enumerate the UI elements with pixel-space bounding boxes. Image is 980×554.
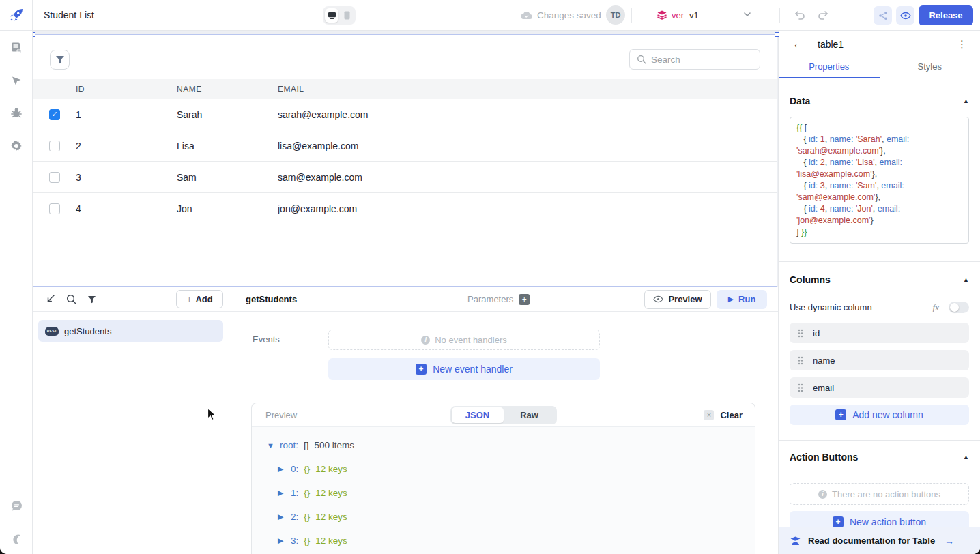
caret-right-icon[interactable]: ▶ <box>278 512 285 521</box>
column-header-email[interactable]: EMAIL <box>271 85 777 94</box>
tree-item-row[interactable]: ▶ 2: {} 12 keys <box>267 505 755 529</box>
collapse-icon[interactable]: ▲ <box>963 98 969 104</box>
share-button[interactable] <box>874 6 892 25</box>
filter-queries-icon[interactable] <box>87 295 96 304</box>
app-logo[interactable] <box>0 0 33 30</box>
table-row[interactable]: 3 Sam sam@example.com <box>33 162 777 193</box>
row-checkbox[interactable] <box>49 203 60 214</box>
table-search[interactable] <box>629 49 760 70</box>
kebab-menu-icon[interactable]: ⋮ <box>957 38 968 50</box>
clear-x-icon: × <box>704 410 714 420</box>
query-preview-button[interactable]: Preview <box>644 290 711 309</box>
undo-button[interactable] <box>792 8 808 23</box>
info-icon: i <box>421 336 430 345</box>
app-preview-button[interactable] <box>896 6 914 25</box>
table-widget[interactable]: ID NAME EMAIL ✓ 1 Sarah sarah@example.co… <box>33 34 777 287</box>
tab-styles[interactable]: Styles <box>880 58 980 78</box>
table-row[interactable]: 4 Jon jon@example.com <box>33 193 777 224</box>
debugger-bug-icon[interactable] <box>10 106 23 120</box>
settings-gear-icon[interactable] <box>10 139 23 153</box>
column-item-name[interactable]: name <box>790 350 969 370</box>
tree-meta: 500 items <box>315 440 355 450</box>
events-section: Events i No event handlers + New event h… <box>253 330 778 380</box>
tab-properties[interactable]: Properties <box>779 58 880 78</box>
resize-handle-top-right[interactable] <box>775 32 779 37</box>
add-new-column-button[interactable]: + Add new column <box>790 405 969 425</box>
clear-group[interactable]: × Clear <box>704 410 743 420</box>
pages-icon[interactable] <box>10 41 23 55</box>
release-button[interactable]: Release <box>919 5 973 25</box>
tree-type: {} <box>304 488 310 498</box>
mobile-toggle[interactable] <box>340 8 354 23</box>
column-header-id[interactable]: ID <box>69 85 170 94</box>
row-checkbox[interactable] <box>49 172 60 183</box>
widget-name[interactable]: table1 <box>818 39 844 50</box>
query-preview-panel: Preview JSON Raw × Clear ▼ root: [] <box>251 403 755 554</box>
cell-id: 3 <box>69 172 170 183</box>
collapse-icon[interactable]: ▲ <box>963 454 969 461</box>
column-header-name[interactable]: NAME <box>170 85 271 94</box>
table-row[interactable]: 2 Lisa lisa@example.com <box>33 130 777 162</box>
clear-label: Clear <box>720 410 743 420</box>
table-filter-button[interactable] <box>50 50 70 70</box>
desktop-icon <box>328 12 336 20</box>
tab-raw[interactable]: Raw <box>504 407 556 423</box>
row-checkbox[interactable] <box>49 141 60 151</box>
cell-name: Lisa <box>170 141 271 151</box>
parameters-group: Parameters + <box>467 294 530 305</box>
cell-email: lisa@example.com <box>271 141 777 151</box>
table-row[interactable]: ✓ 1 Sarah sarah@example.com <box>33 99 777 130</box>
comments-icon[interactable] <box>10 499 23 512</box>
collapse-icon[interactable]: ▲ <box>963 276 969 283</box>
caret-right-icon[interactable]: ▶ <box>278 489 285 497</box>
column-item-id[interactable]: id <box>790 323 969 343</box>
new-event-handler-button[interactable]: + New event handler <box>328 358 600 380</box>
column-item-email[interactable]: email <box>790 377 969 398</box>
tree-item-row[interactable]: ▶ 3: {} 12 keys <box>267 529 755 553</box>
drag-handle-icon[interactable] <box>798 329 803 338</box>
column-item-label: name <box>813 355 835 366</box>
collapse-panel-icon[interactable] <box>45 294 55 304</box>
drag-handle-icon[interactable] <box>798 356 803 365</box>
fx-icon[interactable]: fx <box>933 302 939 313</box>
tree-type: {} <box>304 512 310 522</box>
tree-root-row[interactable]: ▼ root: [] 500 items <box>267 433 755 457</box>
search-input[interactable] <box>651 55 740 65</box>
add-parameter-button[interactable]: + <box>519 294 530 305</box>
back-arrow-icon[interactable]: ← <box>792 38 806 51</box>
run-query-button[interactable]: ▶ Run <box>717 290 767 309</box>
eye-icon <box>653 295 663 303</box>
search-queries-icon[interactable] <box>66 294 76 304</box>
no-event-handlers-label: No event handlers <box>435 335 507 345</box>
page-title: Student List <box>44 0 94 30</box>
caret-right-icon[interactable]: ▶ <box>278 536 285 545</box>
add-new-column-label: Add new column <box>852 409 923 420</box>
caret-down-icon[interactable]: ▼ <box>267 441 274 450</box>
parameters-label: Parameters <box>467 294 513 304</box>
cell-id: 4 <box>69 203 170 214</box>
tree-item-row[interactable]: ▶ 1: {} 12 keys <box>267 481 755 505</box>
version-selector[interactable]: ver v1 <box>657 0 699 30</box>
desktop-toggle[interactable] <box>325 8 338 23</box>
inspector-content: Data ▲ {{ [ { id: 1, name: 'Sarah', emai… <box>779 79 980 554</box>
redo-button[interactable] <box>815 8 831 23</box>
query-list-header: + Add <box>33 287 229 312</box>
cell-email: sarah@example.com <box>271 109 777 120</box>
add-query-button[interactable]: + Add <box>176 290 223 308</box>
chevron-down-icon[interactable] <box>743 10 752 19</box>
inspector-cursor-icon[interactable] <box>10 74 23 87</box>
plus-square-icon: + <box>835 409 846 420</box>
query-list-item-getstudents[interactable]: REST getStudents <box>38 320 223 342</box>
user-avatar[interactable]: TD <box>606 5 625 25</box>
tab-json[interactable]: JSON <box>452 407 504 423</box>
dark-mode-moon-icon[interactable] <box>10 531 23 545</box>
dynamic-column-toggle[interactable] <box>949 302 969 313</box>
rocket-icon <box>8 7 25 23</box>
data-code-editor[interactable]: {{ [ { id: 1, name: 'Sarah', email: 'sar… <box>790 117 969 244</box>
caret-right-icon[interactable]: ▶ <box>278 465 285 473</box>
row-checkbox[interactable]: ✓ <box>49 109 60 120</box>
documentation-link[interactable]: Read documentation for Table → <box>779 527 980 554</box>
drag-handle-icon[interactable] <box>798 383 803 392</box>
tree-item-row[interactable]: ▶ 0: {} 12 keys <box>267 457 755 481</box>
documentation-label: Read documentation for Table <box>808 536 935 546</box>
